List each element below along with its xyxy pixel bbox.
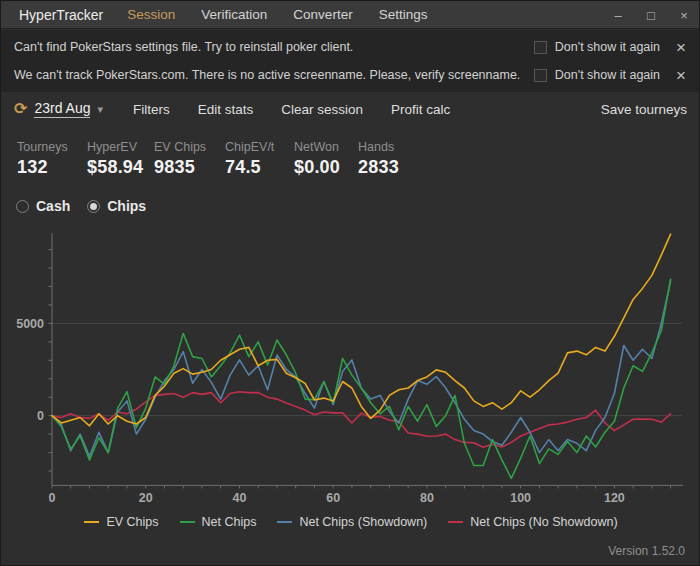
- legend-swatch: [277, 521, 292, 523]
- stat-value: $58.94: [87, 157, 154, 178]
- stat-hyperev: HyperEV $58.94: [87, 140, 154, 178]
- svg-text:5000: 5000: [16, 317, 44, 331]
- stat-hands: Hands 2833: [358, 140, 418, 178]
- svg-text:120: 120: [604, 491, 625, 505]
- window-controls: – □ ×: [611, 1, 691, 29]
- save-tourneys-button[interactable]: Save tourneys: [601, 102, 687, 117]
- profit-calc-button[interactable]: Profit calc: [391, 102, 450, 117]
- minimize-button[interactable]: –: [611, 8, 625, 23]
- dont-show-again-checkbox[interactable]: [534, 69, 547, 82]
- legend-label: Net Chips (No Showdown): [470, 515, 617, 529]
- app-window: HyperTracker Session Verification Conver…: [0, 0, 700, 566]
- close-icon[interactable]: ×: [676, 39, 686, 56]
- stat-tourneys: Tourneys 132: [17, 140, 87, 178]
- version-label: Version 1.52.0: [608, 544, 685, 558]
- title-bar: HyperTracker Session Verification Conver…: [1, 1, 700, 29]
- toolbar-buttons: Filters Edit stats Clear session Profit …: [133, 102, 450, 117]
- notification-settings-file: Can't find PokerStars settings file. Try…: [1, 33, 700, 61]
- toolbar: ⟳ 23rd Aug ▾ Filters Edit stats Clear se…: [1, 94, 700, 124]
- date-picker-value[interactable]: 23rd Aug: [34, 100, 90, 118]
- dont-show-again-label[interactable]: Don't show it again: [555, 40, 660, 54]
- svg-text:20: 20: [139, 491, 153, 505]
- notification-message: Can't find PokerStars settings file. Try…: [14, 40, 534, 54]
- notification-screenname: We can't track PokerStars.com. There is …: [1, 61, 700, 89]
- maximize-button[interactable]: □: [644, 8, 658, 23]
- close-button[interactable]: ×: [677, 8, 691, 23]
- radio-chips[interactable]: Chips: [87, 198, 146, 214]
- svg-text:0: 0: [37, 409, 44, 423]
- radio-label[interactable]: Chips: [107, 198, 146, 214]
- svg-text:60: 60: [326, 491, 340, 505]
- stats-strip: Tourneys 132 HyperEV $58.94 EV Chips 983…: [17, 140, 418, 178]
- stat-chipev-t: ChipEV/t 74.5: [225, 140, 294, 178]
- legend-ev-chips: EV Chips: [84, 515, 158, 529]
- legend-label: Net Chips (Showdown): [299, 515, 427, 529]
- mode-toggle: Cash Chips: [16, 198, 146, 214]
- tab-session[interactable]: Session: [127, 7, 175, 22]
- edit-stats-button[interactable]: Edit stats: [198, 102, 254, 117]
- stat-netwon: NetWon $0.00: [294, 140, 358, 178]
- svg-text:0: 0: [49, 491, 56, 505]
- svg-text:80: 80: [420, 491, 434, 505]
- radio-label[interactable]: Cash: [36, 198, 70, 214]
- tab-settings[interactable]: Settings: [379, 7, 428, 22]
- date-picker[interactable]: 23rd Aug ▾: [34, 100, 103, 118]
- refresh-icon[interactable]: ⟳: [14, 101, 27, 117]
- stat-label: Tourneys: [17, 140, 87, 154]
- notification-message: We can't track PokerStars.com. There is …: [14, 68, 534, 82]
- svg-text:40: 40: [233, 491, 247, 505]
- session-chart: 05000020406080100120: [1, 226, 700, 508]
- dont-show-again-checkbox[interactable]: [534, 41, 547, 54]
- legend-label: Net Chips: [202, 515, 257, 529]
- close-icon[interactable]: ×: [676, 67, 686, 84]
- main-menu: Session Verification Converter Settings: [127, 7, 427, 22]
- legend-swatch: [448, 521, 463, 523]
- tab-converter[interactable]: Converter: [293, 7, 352, 22]
- svg-text:100: 100: [510, 491, 531, 505]
- stat-ev-chips: EV Chips 9835: [154, 140, 225, 178]
- stat-value: 132: [17, 157, 87, 178]
- stat-label: Hands: [358, 140, 418, 154]
- stat-value: 9835: [154, 157, 225, 178]
- stat-value: $0.00: [294, 157, 358, 178]
- stat-label: HyperEV: [87, 140, 154, 154]
- radio-cash[interactable]: Cash: [16, 198, 70, 214]
- clear-session-button[interactable]: Clear session: [281, 102, 363, 117]
- legend-net-chips-no-showdown: Net Chips (No Showdown): [448, 515, 617, 529]
- tab-verification[interactable]: Verification: [201, 7, 267, 22]
- legend-label: EV Chips: [106, 515, 158, 529]
- stat-value: 2833: [358, 157, 418, 178]
- stat-label: NetWon: [294, 140, 358, 154]
- filters-button[interactable]: Filters: [133, 102, 170, 117]
- legend-swatch: [84, 521, 99, 523]
- stat-label: ChipEV/t: [225, 140, 294, 154]
- legend-net-chips-showdown: Net Chips (Showdown): [277, 515, 427, 529]
- legend-swatch: [180, 521, 195, 523]
- legend-net-chips: Net Chips: [180, 515, 257, 529]
- radio-icon[interactable]: [16, 200, 29, 213]
- radio-icon-selected[interactable]: [87, 200, 100, 213]
- app-title: HyperTracker: [19, 7, 103, 23]
- chart-legend: EV Chips Net Chips Net Chips (Showdown) …: [1, 515, 700, 529]
- chevron-down-icon: ▾: [97, 103, 103, 116]
- stat-value: 74.5: [225, 157, 294, 178]
- stat-label: EV Chips: [154, 140, 225, 154]
- notification-area: Can't find PokerStars settings file. Try…: [1, 30, 700, 92]
- dont-show-again-label[interactable]: Don't show it again: [555, 68, 660, 82]
- chart-canvas: 05000020406080100120: [1, 226, 700, 508]
